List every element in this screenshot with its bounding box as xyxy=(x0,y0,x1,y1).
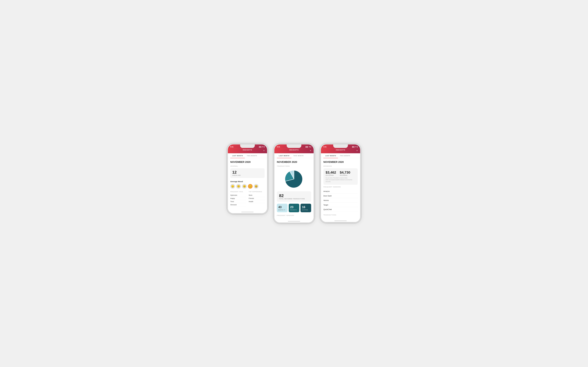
mood-face-1: 😞 xyxy=(230,184,235,189)
tabs-2: LAST MONTH THIS MONTH xyxy=(274,153,314,158)
battery-icon-1: ▮ xyxy=(264,146,265,148)
tab-last-month-1[interactable]: LAST MONTH xyxy=(230,153,245,158)
home-bar-1 xyxy=(241,212,254,212)
mood-icons: 😞 😕 😐 😊 😄 xyxy=(230,184,265,189)
top-happenings-col: TOP HAPPENINGS Work Friends Health xyxy=(249,191,265,206)
outgoing-col: $3,462 OUTGOING xyxy=(326,171,336,176)
close-button-1[interactable]: × xyxy=(263,149,265,152)
home-indicator-1 xyxy=(228,211,267,213)
regrets-number: 23 xyxy=(290,205,298,209)
tabs-1: LAST MONTH THIS MONTH xyxy=(228,153,267,158)
header-title-3: INSIGHTS xyxy=(336,149,345,151)
signal-icon-2: ▌▌▌ xyxy=(306,146,308,148)
vendor-3: Venmo xyxy=(323,198,358,203)
close-button-3[interactable]: × xyxy=(356,149,358,152)
checkins-label: CHECK-INS xyxy=(232,175,263,176)
month-title-2: NOVEMBER 2020 xyxy=(277,161,311,163)
mood-face-2: 😕 xyxy=(236,184,241,189)
top-happenings-header: TOP HAPPENINGS xyxy=(249,191,265,192)
journal-section-label: JOURNAL xyxy=(230,165,265,167)
signal-icon-1: ▌▌▌ xyxy=(259,146,262,148)
home-bar-2 xyxy=(288,221,300,222)
home-indicator-3 xyxy=(321,220,360,222)
battery-icon-3: ▮ xyxy=(357,146,358,148)
spending-amounts-row: $3,462 OUTGOING $4,730 INCOMING xyxy=(326,171,355,176)
checkins-number: 12 xyxy=(232,170,263,174)
worth-it-card: 43 WORTH IT xyxy=(277,204,287,212)
regrets-card: 23 REGRETS xyxy=(289,204,299,212)
mood-face-4: 😊 xyxy=(248,184,253,189)
checkins-card: 12 CHECK-INS xyxy=(230,168,265,178)
happening-3: Health xyxy=(249,200,265,203)
spending-note: So you know: Rounded to nearest dollar.D… xyxy=(326,177,355,183)
mood-face-3: 😐 xyxy=(242,184,247,189)
phone-spending: 9:41 ▌▌▌ ⦿ ▮ INSIGHTS × LAST MONTH THIS … xyxy=(321,144,360,222)
status-time-2: 9:41 xyxy=(277,146,280,148)
month-title-3: NOVEMBER 2020 xyxy=(323,161,358,163)
spending-section-label: SPENDING xyxy=(323,165,358,167)
tab-this-month-3[interactable]: THIS MONTH xyxy=(338,153,352,158)
incoming-label: INCOMING xyxy=(340,175,350,176)
app-header-3: INSIGHTS × xyxy=(321,148,360,153)
frequent-vendors-label-3: FREQUENT VENDORS xyxy=(323,186,358,188)
content-transactions: NOVEMBER 2020 TRANSACTIONS 8 xyxy=(274,158,314,220)
phone-journal: 9:41 ▌▌▌ ⦿ ▮ INSIGHTS × LAST MONTH THIS … xyxy=(228,144,267,213)
incoming-amount: $4,730 xyxy=(340,171,350,175)
worth-it-label: WORTH IT xyxy=(278,209,286,210)
vendor-list: Amazon Door Dash Venmo Target QuickChek xyxy=(323,189,358,212)
outgoing-amount: $3,462 xyxy=(326,171,336,175)
total-transactions-card: 82 TOTAL REVIEWED TRANSACTIONS xyxy=(277,191,311,202)
mood-label: Average Mood xyxy=(230,180,265,183)
vendor-1: Amazon xyxy=(323,189,358,194)
frequent-tags-header: FREQUENT TAGS xyxy=(230,191,246,192)
regrets-label: REGRETS xyxy=(290,209,298,210)
skipped-label: SKIPPED xyxy=(302,209,310,210)
phone-transactions: 9:41 ▌▌▌ ⦿ ▮ INSIGHTS × LAST MONTH THIS … xyxy=(274,144,314,223)
home-bar-3 xyxy=(334,221,347,221)
status-time-3: 9:41 xyxy=(323,146,327,148)
frequent-vendors-label-2: FREQUENT VENDORS xyxy=(277,215,311,216)
status-icons-1: ▌▌▌ ⦿ ▮ xyxy=(259,146,265,148)
tag-1: Optimistic xyxy=(230,194,246,197)
total-transactions-number: 82 xyxy=(279,193,309,198)
wifi-icon-1: ⦿ xyxy=(262,146,263,148)
tag-2: Happy xyxy=(230,197,246,200)
battery-icon-2: ▮ xyxy=(311,146,311,148)
app-header-2: INSIGHTS × xyxy=(274,148,314,153)
skipped-card: 16 SKIPPED xyxy=(301,204,311,212)
incoming-col: $4,730 INCOMING xyxy=(340,171,350,176)
notch xyxy=(240,144,255,148)
content-spending: NOVEMBER 2020 SPENDING $3,462 OUTGOING $… xyxy=(321,158,360,220)
tabs-3: LAST MONTH THIS MONTH xyxy=(321,153,360,158)
happening-2: Friends xyxy=(249,197,265,200)
frequent-tags-col: FREQUENT TAGS Optimistic Happy Tired Str… xyxy=(230,191,246,206)
status-icons-2: ▌▌▌ ⦿ ▮ xyxy=(306,146,311,148)
vendor-4: Target xyxy=(323,203,358,207)
transactions-section-label: TRANSACTIONS xyxy=(277,165,311,167)
skipped-number: 16 xyxy=(302,205,310,209)
home-indicator-2 xyxy=(274,220,314,223)
app-header-1: INSIGHTS × xyxy=(228,148,267,153)
notch-3 xyxy=(333,144,348,148)
close-button-2[interactable]: × xyxy=(310,149,311,152)
transaction-mini-cards: 43 WORTH IT 23 REGRETS 16 SKIPPED xyxy=(277,204,311,212)
transactions-label-3: TRANSACTIONS xyxy=(323,214,358,216)
scene: 9:41 ▌▌▌ ⦿ ▮ INSIGHTS × LAST MONTH THIS … xyxy=(228,144,360,223)
worth-it-number: 43 xyxy=(278,205,286,209)
tab-last-month-2[interactable]: LAST MONTH xyxy=(277,153,291,158)
pie-chart xyxy=(284,169,304,189)
status-icons-3: ▌▌▌ ⦿ ▮ xyxy=(352,146,358,148)
spending-card: $3,462 OUTGOING $4,730 INCOMING So you k… xyxy=(323,168,358,185)
content-journal: NOVEMBER 2020 JOURNAL 12 CHECK-INS Avera… xyxy=(228,158,267,211)
signal-icon-3: ▌▌▌ xyxy=(352,146,355,148)
tab-this-month-1[interactable]: THIS MONTH xyxy=(245,153,259,158)
header-title-1: INSIGHTS xyxy=(243,149,252,151)
tags-happenings: FREQUENT TAGS Optimistic Happy Tired Str… xyxy=(230,191,265,206)
vendor-5: QuickChek xyxy=(323,207,358,212)
wifi-icon-2: ⦿ xyxy=(309,146,310,148)
tab-last-month-3[interactable]: LAST MONTH xyxy=(323,153,338,158)
total-transactions-label: TOTAL REVIEWED TRANSACTIONS xyxy=(279,198,309,200)
vendor-2: Door Dash xyxy=(323,194,358,198)
tag-3: Tired xyxy=(230,200,246,203)
tab-this-month-2[interactable]: THIS MONTH xyxy=(291,153,305,158)
